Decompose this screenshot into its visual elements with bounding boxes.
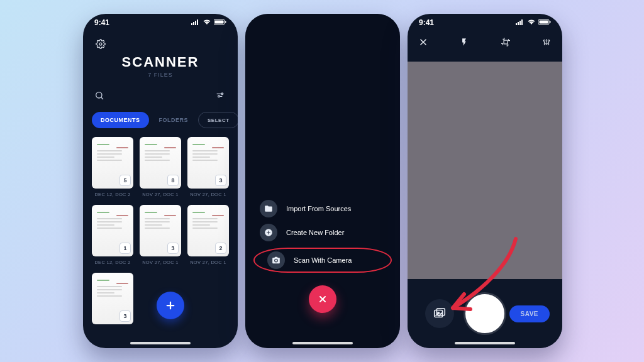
close-sheet-button[interactable]	[309, 285, 336, 313]
svg-rect-18	[516, 23, 517, 25]
camera-icon	[267, 251, 285, 269]
settings-icon[interactable]	[96, 39, 106, 52]
phone-scanner-home: 9:41 SCANNER 7 FILES DOCUMENTS FOLDERS S…	[83, 14, 238, 348]
document-caption: NOV 27, DOC 1	[187, 192, 229, 197]
save-button[interactable]: SAVE	[509, 305, 550, 322]
svg-point-28	[543, 40, 545, 41]
battery-icon	[214, 18, 226, 27]
page-count-badge: 1	[119, 243, 131, 254]
action-sheet: Import From Sources Create New Folder Sc…	[245, 200, 400, 313]
svg-rect-20	[519, 21, 521, 25]
document-card[interactable]: 3	[92, 273, 133, 327]
add-folder-icon	[260, 224, 277, 241]
wifi-icon	[203, 18, 211, 27]
add-button[interactable]	[157, 292, 184, 319]
action-label: Import From Sources	[286, 205, 351, 212]
svg-point-8	[96, 92, 102, 98]
phone-add-sheet: Import From Sources Create New Folder Sc…	[245, 14, 400, 348]
svg-point-13	[218, 96, 220, 97]
action-label: Create New Folder	[286, 229, 344, 236]
folder-icon	[260, 200, 277, 217]
shutter-button[interactable]	[465, 294, 504, 333]
tab-documents[interactable]: DOCUMENTS	[92, 112, 149, 128]
tab-row: DOCUMENTS FOLDERS SELECT	[83, 112, 238, 128]
page-count-badge: 8	[167, 175, 179, 186]
page-title: SCANNER	[83, 54, 238, 70]
page-count-badge: 5	[119, 175, 131, 186]
svg-point-12	[221, 93, 223, 95]
select-button[interactable]: SELECT	[198, 112, 238, 128]
signal-icon	[191, 18, 200, 27]
document-caption: NOV 27, DOC 1	[140, 192, 181, 197]
document-card[interactable]: 8 NOV 27, DOC 1	[140, 137, 181, 197]
home-indicator	[292, 342, 353, 344]
battery-icon	[538, 18, 551, 27]
svg-rect-1	[193, 22, 194, 25]
svg-rect-19	[518, 22, 519, 25]
page-count-badge: 3	[167, 243, 179, 254]
svg-rect-2	[195, 21, 196, 25]
svg-rect-21	[521, 19, 523, 25]
home-indicator	[130, 342, 191, 344]
status-bar: 9:41	[83, 14, 238, 31]
status-indicators	[516, 18, 551, 27]
search-icon[interactable]	[94, 90, 106, 102]
page-subtitle: 7 FILES	[83, 72, 238, 78]
action-scan-camera[interactable]: Scan With Camera	[253, 248, 392, 273]
filter-icon[interactable]	[215, 90, 226, 102]
svg-rect-23	[540, 21, 548, 24]
svg-point-30	[546, 43, 547, 44]
tab-folders[interactable]: FOLDERS	[155, 112, 192, 128]
svg-rect-6	[225, 21, 226, 23]
page-count-badge: 2	[215, 243, 226, 254]
home-indicator	[455, 342, 515, 344]
document-card[interactable]: 3 NOV 27, DOC 1	[187, 137, 229, 197]
document-caption: NOV 27, DOC 1	[140, 260, 181, 265]
svg-rect-3	[197, 19, 198, 25]
document-caption: DEC 12, DOC 2	[92, 260, 133, 265]
document-caption: DEC 12, DOC 2	[92, 192, 133, 197]
document-caption: NOV 27, DOC 1	[187, 260, 229, 265]
status-time: 9:41	[419, 18, 434, 27]
signal-icon	[516, 18, 525, 27]
svg-point-29	[548, 40, 549, 41]
page-count-badge: 3	[215, 175, 226, 186]
toolbar	[83, 90, 238, 102]
phone-camera: 9:41 SAVE	[408, 14, 562, 348]
action-new-folder[interactable]: Create New Folder	[260, 224, 386, 241]
svg-line-9	[101, 97, 103, 99]
svg-point-36	[438, 312, 440, 314]
svg-rect-24	[550, 21, 551, 23]
page-count-badge: 3	[119, 310, 131, 322]
camera-bottom-bar: SAVE	[408, 279, 562, 348]
document-card[interactable]: 1 DEC 12, DOC 2	[92, 205, 133, 265]
settings-icon[interactable]	[542, 38, 551, 49]
status-time: 9:41	[94, 18, 109, 27]
wifi-icon	[527, 18, 536, 27]
crop-icon[interactable]	[501, 38, 510, 49]
svg-rect-27	[504, 40, 508, 44]
flash-icon[interactable]	[460, 38, 469, 49]
document-card[interactable]: 3 NOV 27, DOC 1	[140, 205, 181, 265]
status-indicators	[191, 18, 226, 27]
close-icon[interactable]	[419, 38, 428, 49]
svg-rect-0	[191, 23, 192, 25]
svg-point-7	[99, 43, 102, 45]
action-import[interactable]: Import From Sources	[260, 200, 386, 217]
camera-viewfinder	[408, 62, 562, 279]
document-card[interactable]: 5 DEC 12, DOC 2	[92, 137, 133, 197]
action-label: Scan With Camera	[294, 256, 352, 264]
gallery-button[interactable]	[425, 299, 454, 328]
status-bar: 9:41	[408, 14, 562, 31]
camera-toolbar	[408, 31, 562, 55]
document-card[interactable]: 2 NOV 27, DOC 1	[187, 205, 229, 265]
svg-rect-5	[215, 21, 224, 24]
